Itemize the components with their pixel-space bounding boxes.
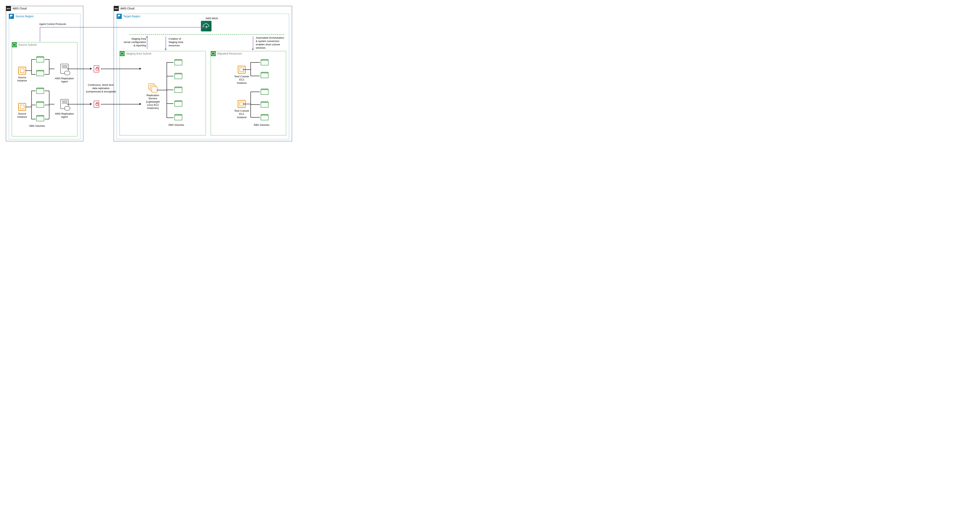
arrowhead-icon bbox=[146, 36, 148, 37]
aws-logo-icon: aws bbox=[114, 6, 119, 11]
replication-servers-label: Replication Servers (Lightweight Linux E… bbox=[143, 94, 163, 110]
migrated-ebs-label: EBS Volumes bbox=[254, 123, 269, 126]
arrowhead-icon bbox=[202, 26, 204, 28]
replication-agent-2: AWS Replication Agent bbox=[55, 99, 74, 119]
replication-agent-2-label: AWS Replication Agent bbox=[55, 112, 74, 119]
source-instance-2-label: Source Instance bbox=[17, 112, 27, 119]
source-instance-2: Source Instance bbox=[17, 103, 27, 119]
ebs-volume-icon bbox=[36, 116, 44, 122]
ebs-volume-icon bbox=[261, 89, 269, 95]
replication-agent-1-label: AWS Replication Agent bbox=[55, 77, 74, 83]
source-ebs-caption: EBS Volumes bbox=[29, 125, 45, 128]
source-ebs-label: EBS Volumes bbox=[29, 124, 45, 128]
migrated-resources-label: Migrated Resources bbox=[217, 52, 242, 55]
arrowhead-icon bbox=[165, 49, 167, 50]
arrowhead-icon bbox=[140, 68, 141, 70]
staging-subnet-label: Staging Area Subnet bbox=[126, 52, 151, 55]
ebs-volume-icon bbox=[175, 87, 182, 93]
staging-area-subnet: Staging Area Subnet bbox=[119, 51, 206, 136]
ebs-volume-icon bbox=[261, 115, 269, 121]
test-cutover-instance-2: Test/ Cutover EC2 Instance bbox=[234, 100, 249, 119]
aws-logo-icon: aws bbox=[6, 6, 11, 11]
aws-mgn-label: AWS MGN bbox=[201, 17, 223, 20]
ebs-volume-icon bbox=[261, 73, 269, 79]
aws-mgn-service: AWS MGN bbox=[201, 16, 223, 31]
replication-servers: Replication Servers (Lightweight Linux E… bbox=[143, 83, 163, 110]
ebs-volume-icon bbox=[36, 88, 44, 94]
staging-ebs-caption: EBS Volumes bbox=[169, 123, 184, 126]
staging-ebs-label: EBS Volumes bbox=[169, 123, 184, 126]
server-stack-icon bbox=[148, 83, 158, 93]
ebs-volume-icon bbox=[175, 101, 182, 107]
ebs-volume-icon bbox=[36, 71, 44, 77]
staging-creation-label: Creation of Staging Area resources bbox=[169, 37, 190, 47]
ebs-volume-icon bbox=[175, 73, 182, 80]
staging-reporting-label: Staging Area server configuration & repo… bbox=[124, 37, 146, 47]
source-instance-1-label: Source Instance bbox=[17, 76, 27, 82]
test-cutover-2-label: Test/ Cutover EC2 Instance bbox=[234, 109, 249, 119]
source-region-label: Source Region bbox=[16, 15, 34, 18]
subnet-icon bbox=[119, 51, 125, 56]
migrated-ebs-caption: EBS Volumes bbox=[254, 123, 269, 126]
ebs-volume-icon bbox=[36, 57, 44, 63]
replication-agent-1: AWS Replication Agent bbox=[55, 64, 74, 83]
target-region-label: Target Region bbox=[123, 15, 140, 18]
arrowhead-icon bbox=[140, 103, 141, 105]
source-subnet: Source Subnet bbox=[12, 42, 78, 136]
source-instance-1: Source Instance bbox=[17, 67, 27, 82]
encrypted-file-icon bbox=[94, 101, 99, 108]
encrypted-file-icon bbox=[94, 65, 99, 73]
migrated-resources: Migrated Resources bbox=[211, 51, 286, 136]
ebs-volume-icon bbox=[175, 60, 182, 66]
subnet-icon bbox=[12, 42, 17, 47]
region-flag-icon bbox=[117, 14, 122, 19]
mgn-control-plane-divider bbox=[129, 34, 284, 35]
ebs-volume-icon bbox=[261, 60, 269, 66]
ec2-instance-icon bbox=[18, 67, 26, 75]
agent-control-label: Agent Control Protocols bbox=[39, 22, 66, 26]
subnet-icon bbox=[211, 51, 216, 56]
arrowhead-icon bbox=[252, 49, 254, 50]
ebs-volume-icon bbox=[36, 102, 44, 108]
test-cutover-instance-1: Test/ Cutover EC2 Instance bbox=[234, 66, 249, 85]
replication-label: Continuous, block level data replication… bbox=[85, 83, 117, 93]
orchestration-label: Automated Orchestration & system convers… bbox=[256, 36, 288, 50]
test-cutover-1-label: Test/ Cutover EC2 Instance bbox=[234, 75, 249, 85]
ebs-volume-icon bbox=[175, 115, 182, 121]
ebs-volume-icon bbox=[261, 102, 269, 108]
architecture-diagram: aws AWS Cloud Source Region Source Subne… bbox=[2, 2, 296, 143]
source-cloud-label: AWS Cloud bbox=[13, 7, 27, 10]
arrowhead-icon bbox=[90, 68, 92, 70]
region-flag-icon bbox=[9, 14, 14, 19]
ec2-instance-icon bbox=[18, 103, 26, 111]
target-cloud-label: AWS Cloud bbox=[120, 7, 134, 10]
source-subnet-label: Source Subnet bbox=[18, 43, 37, 46]
arrowhead-icon bbox=[90, 103, 92, 105]
